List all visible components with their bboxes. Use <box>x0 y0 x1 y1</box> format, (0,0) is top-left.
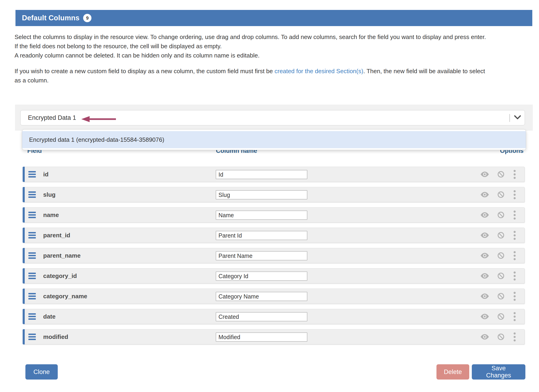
kebab-menu-icon[interactable] <box>513 291 517 301</box>
ban-icon[interactable] <box>497 191 504 198</box>
field-name: category_id <box>43 272 77 280</box>
drag-handle-icon[interactable] <box>28 333 36 341</box>
drag-handle-icon[interactable] <box>28 211 36 219</box>
row-accent-bar <box>23 248 25 263</box>
field-search-input[interactable] <box>20 110 525 125</box>
intro-line-1: Select the columns to display in the res… <box>14 32 486 42</box>
column-name-input[interactable] <box>216 251 307 260</box>
kebab-menu-icon[interactable] <box>513 230 517 240</box>
drag-handle-icon[interactable] <box>28 231 36 239</box>
row-options <box>480 268 517 283</box>
row-accent-bar <box>23 207 25 223</box>
field-name: parent_id <box>43 232 70 239</box>
column-name-input[interactable] <box>216 170 307 179</box>
row-accent-bar <box>23 228 25 243</box>
default-columns-page: Default Columns 9 Select the columns to … <box>0 0 539 392</box>
column-name-input[interactable] <box>216 272 307 281</box>
ban-icon[interactable] <box>497 293 504 300</box>
custom-field-text-post: . Then, the new field will be available … <box>363 68 485 75</box>
kebab-menu-icon[interactable] <box>513 210 517 220</box>
row-accent-bar <box>23 329 25 344</box>
column-name-input[interactable] <box>216 210 307 220</box>
custom-field-line-2: as a column. <box>14 76 485 85</box>
section-header: Default Columns 9 <box>15 10 532 26</box>
ban-icon[interactable] <box>497 313 504 320</box>
field-name: date <box>43 313 55 320</box>
drag-handle-icon[interactable] <box>28 312 36 321</box>
table-row: id <box>23 167 525 182</box>
row-options <box>480 187 517 202</box>
column-count-badge: 9 <box>83 14 91 22</box>
ban-icon[interactable] <box>497 272 504 279</box>
eye-icon[interactable] <box>480 253 489 258</box>
rows: id slug <box>23 167 525 349</box>
eye-icon[interactable] <box>480 192 489 198</box>
field-name: slug <box>43 191 55 198</box>
row-accent-bar <box>23 268 25 283</box>
table-row: date <box>23 309 525 324</box>
drag-handle-icon[interactable] <box>28 251 36 260</box>
field-name: modified <box>43 333 68 340</box>
row-options <box>480 248 517 263</box>
drag-handle-icon[interactable] <box>28 272 36 280</box>
table-row: modified <box>23 329 525 344</box>
kebab-menu-icon[interactable] <box>513 332 517 342</box>
drag-handle-icon[interactable] <box>28 170 36 178</box>
suggestion-option[interactable]: Encrypted data 1 (encrypted-data-15584-3… <box>22 131 526 148</box>
drag-handle-icon[interactable] <box>28 191 36 199</box>
custom-field-paragraph: If you wish to create a new custom field… <box>14 67 485 85</box>
clone-button[interactable]: Clone <box>25 364 58 380</box>
ban-icon[interactable] <box>497 232 504 239</box>
column-name-input[interactable] <box>216 190 307 200</box>
intro-line-3: A readonly column cannot be deleted. It … <box>14 51 486 60</box>
row-options <box>480 330 517 344</box>
field-name: name <box>43 211 59 219</box>
row-accent-bar <box>23 309 25 324</box>
save-changes-button[interactable]: Save Changes <box>472 364 525 380</box>
kebab-menu-icon[interactable] <box>513 251 517 261</box>
row-options <box>480 167 517 182</box>
field-name: parent_name <box>43 252 81 259</box>
delete-button[interactable]: Delete <box>437 364 469 380</box>
column-name-input[interactable] <box>216 312 307 321</box>
eye-icon[interactable] <box>480 212 489 218</box>
input-divider <box>510 114 510 122</box>
eye-icon[interactable] <box>480 334 489 340</box>
row-accent-bar <box>23 187 25 202</box>
kebab-menu-icon[interactable] <box>513 271 517 281</box>
row-options <box>480 289 517 304</box>
column-name-input[interactable] <box>216 231 307 240</box>
custom-field-line-1: If you wish to create a new custom field… <box>14 67 485 76</box>
eye-icon[interactable] <box>480 171 489 177</box>
column-name-input[interactable] <box>216 332 307 342</box>
ban-icon[interactable] <box>497 171 504 178</box>
field-name: category_name <box>43 293 87 300</box>
eye-icon[interactable] <box>480 232 489 238</box>
table-row: parent_name <box>23 248 525 263</box>
kebab-menu-icon[interactable] <box>513 169 517 179</box>
search-suggestions-dropdown: Encrypted data 1 (encrypted-data-15584-3… <box>22 129 526 150</box>
kebab-menu-icon[interactable] <box>513 312 517 322</box>
column-name-input[interactable] <box>216 292 307 301</box>
table-row: category_name <box>23 289 525 304</box>
row-options <box>480 228 517 243</box>
eye-icon[interactable] <box>480 293 489 299</box>
create-section-link[interactable]: created for the desired Section(s) <box>274 68 363 75</box>
row-accent-bar <box>23 167 25 182</box>
chevron-down-icon[interactable] <box>514 115 521 120</box>
table-row: category_id <box>23 268 525 283</box>
table-row: slug <box>23 187 525 202</box>
intro-line-2: If the field does not belong to the reso… <box>14 42 486 51</box>
table-row: name <box>23 207 525 223</box>
ban-icon[interactable] <box>497 333 504 340</box>
field-name: id <box>43 171 48 178</box>
drag-handle-icon[interactable] <box>28 292 36 300</box>
kebab-menu-icon[interactable] <box>513 190 517 200</box>
eye-icon[interactable] <box>480 273 489 279</box>
page-title: Default Columns <box>22 14 79 22</box>
ban-icon[interactable] <box>497 211 504 218</box>
table-row: parent_id <box>23 228 525 243</box>
eye-icon[interactable] <box>480 314 489 320</box>
field-search-box <box>20 110 525 125</box>
ban-icon[interactable] <box>497 252 504 259</box>
